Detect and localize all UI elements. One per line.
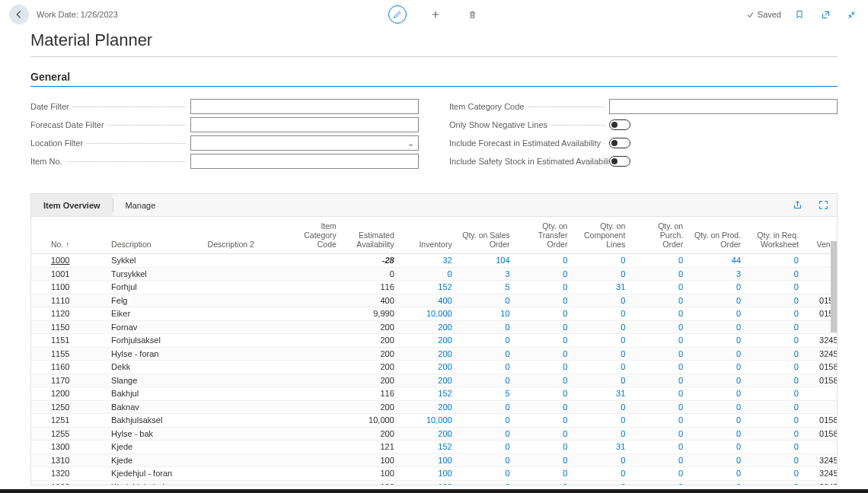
pencil-icon <box>393 10 402 19</box>
table-row[interactable]: 1200Bakhjul1161525031000 <box>31 387 837 401</box>
cell-no[interactable]: 1200 <box>31 387 89 401</box>
trash-icon <box>468 10 477 20</box>
cell-no[interactable]: 1330 <box>31 480 89 485</box>
cell-no[interactable]: 1001 <box>31 267 89 281</box>
cell-no[interactable]: 1100 <box>31 281 89 294</box>
table-row[interactable]: 1001Tursykkel00300030 <box>31 267 837 281</box>
back-button[interactable] <box>9 5 29 24</box>
table-row[interactable]: 1170Slange20020000000001587796 <box>31 374 837 387</box>
expand-icon <box>819 200 828 210</box>
bottom-bar <box>0 489 868 493</box>
table-row[interactable]: 1100Forhjul116152503100020000 <box>31 281 837 294</box>
collapse-icon <box>847 10 857 20</box>
cell-no[interactable]: 1155 <box>31 347 89 361</box>
arrow-left-icon <box>14 9 24 20</box>
col-header-qty-transfer[interactable]: Qty. on TransferOrder <box>515 217 573 254</box>
col-header-action <box>89 217 107 254</box>
cell-no[interactable]: 1251 <box>31 414 89 428</box>
cell-no[interactable]: 1120 <box>31 307 89 321</box>
work-date-label: Work Date: 1/26/2023 <box>37 10 118 19</box>
filter-input-item-category-code[interactable] <box>609 99 838 114</box>
col-header-qty-purch[interactable]: Qty. on Purch.Order <box>630 217 688 254</box>
col-header-description[interactable]: Description <box>107 217 203 254</box>
table-row[interactable]: →1000⋮Sykkel-2832104000440 <box>31 254 837 268</box>
edit-button[interactable] <box>388 5 407 24</box>
toggle-include-safety-stock-in-estimated-availability[interactable] <box>609 156 630 167</box>
bookmark-button[interactable] <box>792 7 807 22</box>
table-row[interactable]: 1300Kjede1211520031000 <box>31 441 837 454</box>
toggle-only-show-negative-lines[interactable] <box>609 119 630 130</box>
col-header-inventory[interactable]: Inventory <box>399 217 457 254</box>
filter-label: Only Show Negative Lines <box>449 120 609 129</box>
cell-no[interactable]: 1250 <box>31 400 89 414</box>
filter-label: Include Forecast in Estimated Availabili… <box>449 138 609 148</box>
tab-manage[interactable]: Manage <box>113 194 168 216</box>
cell-no[interactable]: 1160 <box>31 361 89 374</box>
cell-no[interactable]: 1255 <box>31 427 89 441</box>
popout-button[interactable] <box>818 7 833 22</box>
delete-button[interactable] <box>464 7 480 22</box>
filter-label: Date Filter <box>30 102 190 111</box>
cell-no[interactable]: 1320 <box>31 467 89 481</box>
bookmark-icon <box>795 9 804 20</box>
col-header-qty-sales[interactable]: Qty. on SalesOrder <box>457 217 515 254</box>
col-header-est-avail[interactable]: EstimatedAvailability <box>341 217 399 254</box>
table-row[interactable]: 1330Kjedehjul - bak10010000000032456123 <box>31 480 837 485</box>
filter-label: Include Safety Stock in Estimated Availa… <box>449 157 609 166</box>
col-header-qty-prod[interactable]: Qty. on Prod.Order <box>688 217 745 254</box>
collapse-button[interactable] <box>844 7 859 22</box>
page-title: Material Planner <box>0 29 868 56</box>
filter-label: Item No. <box>30 157 190 166</box>
saved-status: Saved <box>746 10 781 19</box>
cell-no[interactable]: 1300 <box>31 441 89 454</box>
table-row[interactable]: 1250Baknav200200000000 <box>31 400 837 414</box>
table-row[interactable]: 1251Bakhjulsaksel10,00010,00000000001587… <box>31 414 837 428</box>
filter-input-forecast-date-filter[interactable] <box>190 117 419 132</box>
filter-label: Location Filter <box>30 138 190 148</box>
table-row[interactable]: 1320Kjedehjul - foran1001000000003245612… <box>31 467 837 481</box>
share-icon <box>793 200 803 210</box>
share-button[interactable] <box>790 198 805 213</box>
col-header-qty-req[interactable]: Qty. in Req.Worksheet <box>745 217 803 254</box>
cell-no[interactable]: 1170 <box>31 374 89 387</box>
table-row[interactable]: 1150Fornav200200000000 <box>31 320 837 334</box>
table-row[interactable]: 1310Kjede10010000000032456123 <box>31 453 837 467</box>
section-general-title[interactable]: General <box>0 57 868 86</box>
filter-label: Item Category Code <box>449 102 609 111</box>
col-header-description2[interactable]: Description 2 <box>203 217 283 254</box>
expand-grid-button[interactable] <box>815 198 831 213</box>
col-header-item-category[interactable]: Item CategoryCode <box>283 217 341 254</box>
cell-no[interactable]: →1000 <box>31 254 89 268</box>
filter-label: Forecast Date Filter <box>30 120 190 129</box>
filter-select-location-filter[interactable]: ⌄ <box>190 135 419 151</box>
popout-icon <box>821 10 831 20</box>
col-header-qty-component[interactable]: Qty. onComponent Lines <box>572 217 630 254</box>
table-row[interactable]: 1160Dekk20020000000001587796 <box>31 361 837 374</box>
cell-no[interactable]: 1150 <box>31 320 89 334</box>
toggle-include-forecast-in-estimated-availability[interactable] <box>609 138 630 148</box>
cell-no[interactable]: 1110 <box>31 294 89 307</box>
table-row[interactable]: 1255Hylse - bak20020000000001587796 <box>31 427 837 441</box>
check-icon <box>746 11 755 19</box>
filter-input-item-no-[interactable] <box>190 154 419 169</box>
filter-input-date-filter[interactable] <box>190 99 419 114</box>
cell-no[interactable]: 1310 <box>31 453 89 467</box>
cell-no[interactable]: 1151 <box>31 334 89 348</box>
table-row[interactable]: 1110Felg40040000000001587796 <box>31 294 837 307</box>
vertical-scrollbar[interactable] <box>831 241 837 332</box>
table-row[interactable]: 1155Hylse - foran20020000000032456123 <box>31 347 837 361</box>
table-row[interactable]: 1151Forhjulsaksel20020000000032456123 <box>31 334 837 348</box>
col-header-no[interactable]: No. ↑ <box>31 217 89 254</box>
plus-icon <box>430 9 441 20</box>
new-button[interactable] <box>428 7 443 22</box>
table-row[interactable]: 1120Eiker9,99010,000100000001587796 <box>31 307 837 321</box>
tab-item-overview[interactable]: Item Overview <box>31 194 113 216</box>
